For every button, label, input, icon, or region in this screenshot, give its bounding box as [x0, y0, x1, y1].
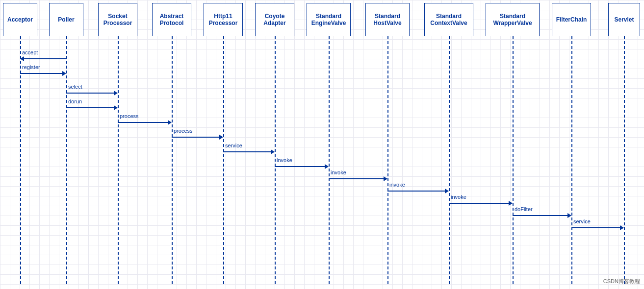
arrow-invoke3 — [387, 189, 449, 193]
lifeline-filterchain — [571, 36, 572, 284]
actor-socket-processor: SocketProcessor — [98, 3, 137, 36]
arrow-label-invoke2: invoke — [331, 169, 346, 175]
actor-http11-processor: Http11Processor — [204, 3, 243, 36]
arrow-invoke2 — [329, 176, 387, 181]
lifeline-standard-contextvalve — [449, 36, 450, 284]
lifeline-standard-hostvalve — [387, 36, 388, 284]
lifeline-standard-wrappervalve — [513, 36, 514, 284]
actor-filterchain: FilterChain — [552, 3, 591, 36]
arrow-label-invoke1: invoke — [277, 157, 292, 163]
arrow-label-service2: service — [573, 218, 591, 224]
arrow-label-accept: accept — [22, 49, 38, 55]
arrow-label-process2: process — [174, 128, 193, 134]
actor-servlet: Servlet — [608, 3, 640, 36]
actor-poller: Poller — [49, 3, 83, 36]
arrow-accept — [20, 56, 66, 61]
watermark: CSDN博客教程 — [603, 278, 640, 285]
lifeline-servlet — [624, 36, 625, 284]
lifeline-standard-enginevalve — [329, 36, 330, 284]
arrow-select — [66, 91, 118, 96]
arrow-service — [223, 149, 275, 154]
arrow-service2 — [571, 225, 624, 230]
arrow-label-invoke3: invoke — [389, 182, 405, 188]
actor-standard-contextvalve: StandardContextValve — [424, 3, 473, 36]
lifeline-http11-processor — [223, 36, 224, 284]
sequence-diagram: AcceptorPollerSocketProcessorAbstractPro… — [0, 0, 644, 289]
actor-coyote-adapter: CoyoteAdapter — [255, 3, 294, 36]
arrow-label-dorun: dorun — [68, 98, 82, 104]
arrow-process2 — [172, 135, 223, 140]
lifeline-coyote-adapter — [275, 36, 276, 284]
arrow-label-register: register — [22, 64, 40, 70]
actor-standard-enginevalve: StandardEngineValve — [307, 3, 351, 36]
arrow-dofilter — [513, 213, 571, 218]
arrow-register — [20, 71, 66, 76]
arrow-label-dofilter: doFilter — [515, 206, 533, 212]
lifeline-poller — [66, 36, 67, 284]
arrow-label-invoke4: invoke — [451, 194, 466, 200]
arrow-label-select: select — [68, 84, 82, 90]
lifeline-socket-processor — [118, 36, 119, 284]
arrow-invoke4 — [449, 201, 513, 206]
arrow-label-process1: process — [120, 113, 139, 119]
actor-abstract-protocol: AbstractProtocol — [152, 3, 191, 36]
arrow-label-service: service — [225, 143, 242, 148]
arrow-invoke1 — [275, 164, 329, 169]
actor-acceptor: Acceptor — [3, 3, 37, 36]
lifeline-abstract-protocol — [172, 36, 173, 284]
actor-standard-wrappervalve: StandardWrapperValve — [486, 3, 540, 36]
arrow-process1 — [118, 120, 172, 125]
actor-standard-hostvalve: StandardHostValve — [365, 3, 410, 36]
arrow-dorun — [66, 105, 118, 110]
